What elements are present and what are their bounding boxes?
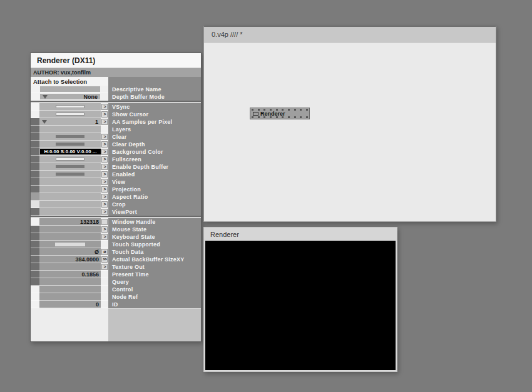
- spread-cell: >: [101, 141, 108, 148]
- pin-value-toggle_off[interactable]: [39, 156, 101, 163]
- spread-button[interactable]: >: [101, 149, 108, 155]
- toggle-slider[interactable]: [56, 143, 84, 146]
- spread-button[interactable]: >: [101, 194, 108, 200]
- toggle-slider[interactable]: [56, 135, 84, 138]
- node-pin[interactable]: [294, 109, 296, 111]
- node-pin[interactable]: [263, 109, 265, 111]
- spread-button[interactable]: >: [101, 156, 108, 163]
- color-value-field[interactable]: H:0.00 S:0.00 V:0.00 ...: [40, 149, 101, 154]
- pin-value-color[interactable]: H:0.00 S:0.00 V:0.00 ...: [39, 148, 101, 156]
- spread-button[interactable]: >: [101, 119, 108, 125]
- node-pin[interactable]: [270, 109, 272, 111]
- node-pin[interactable]: [270, 116, 272, 118]
- spread-button[interactable]: >: [101, 134, 108, 140]
- node-pin[interactable]: [288, 116, 290, 118]
- render-window-title[interactable]: Renderer: [204, 228, 397, 241]
- node-output-pins[interactable]: [252, 116, 308, 118]
- inspector-title[interactable]: Renderer (DX11): [31, 53, 201, 68]
- toggle-slider[interactable]: [56, 113, 84, 116]
- pin-value-toggle_on[interactable]: [39, 141, 101, 148]
- toggle-slider[interactable]: [55, 243, 85, 246]
- node-pin[interactable]: [294, 116, 296, 118]
- node-pin[interactable]: [282, 116, 284, 118]
- attach-to-selection-button[interactable]: Attach to Selection: [31, 77, 108, 86]
- spread-button[interactable]: >: [101, 201, 108, 208]
- pin-label: Control: [108, 286, 201, 293]
- dropdown-arrow-icon[interactable]: [43, 95, 48, 99]
- spread-button[interactable]: >: [101, 104, 108, 110]
- toggle-slider[interactable]: [56, 173, 84, 176]
- renderer-node[interactable]: Renderer: [250, 108, 310, 119]
- pin-row-window-handle: 132318Window Handle: [31, 218, 201, 226]
- pin-value-value[interactable]: Ø: [39, 248, 101, 256]
- node-pin[interactable]: [300, 109, 302, 111]
- pin-value-dropdown[interactable]: 1: [39, 118, 101, 126]
- node-pin[interactable]: [282, 109, 284, 111]
- node-pin[interactable]: [300, 116, 302, 118]
- pin-state-cell: [31, 226, 39, 233]
- node-pin[interactable]: [252, 116, 253, 118]
- pin-row-touch-data: ØøTouch Data: [31, 248, 201, 256]
- pin-value-value[interactable]: 132318: [39, 218, 101, 226]
- spread-button[interactable]: >: [101, 164, 108, 170]
- patch-window-title[interactable]: 0.v4p //// *: [204, 27, 496, 43]
- node-pin[interactable]: [306, 109, 308, 111]
- pin-value-toggle_on[interactable]: [39, 171, 101, 178]
- spread-button[interactable]: >: [101, 179, 108, 185]
- pin-row-aspect-ratio: >Aspect Ratio: [31, 193, 201, 201]
- value-text: Ø: [39, 249, 101, 255]
- node-pin[interactable]: [288, 109, 290, 111]
- pin-label: Layers: [108, 126, 201, 133]
- text-input-field[interactable]: [40, 86, 100, 92]
- dropdown-arrow-icon[interactable]: [42, 120, 47, 124]
- spread-button[interactable]: >: [101, 226, 108, 233]
- pin-value-value[interactable]: 0.1856: [39, 271, 101, 278]
- spread-cell: >: [101, 156, 108, 163]
- pin-value-value[interactable]: 384.0000: [39, 256, 101, 263]
- spread-button[interactable]: >: [101, 111, 108, 118]
- pin-state-cell: [31, 93, 39, 101]
- node-pin[interactable]: [263, 116, 265, 118]
- pin-label: Descriptive Name: [108, 86, 201, 93]
- pin-row-touch-supported: Touch Supported: [31, 241, 201, 248]
- pin-value-toggle_on[interactable]: [39, 163, 101, 171]
- spread-button[interactable]: >: [101, 141, 108, 148]
- node-pin[interactable]: [306, 116, 308, 118]
- pin-state-cell: [31, 133, 39, 141]
- spread-cell: >: [101, 263, 108, 271]
- node-pin[interactable]: [276, 116, 278, 118]
- node-pin[interactable]: [258, 109, 260, 111]
- pin-label: Depth Buffer Mode: [108, 93, 201, 101]
- dropdown-field[interactable]: None: [40, 94, 100, 99]
- spread-button[interactable]: >: [101, 186, 108, 193]
- pin-value-toggle_light[interactable]: [39, 241, 101, 248]
- pin-label: Fullscreen: [108, 156, 201, 163]
- spread-button[interactable]: >: [101, 234, 108, 240]
- render-canvas[interactable]: [205, 241, 396, 370]
- spread-button[interactable]: >: [101, 264, 108, 270]
- pin-label: Projection: [108, 186, 201, 193]
- toggle-slider[interactable]: [56, 105, 84, 108]
- spread-button[interactable]: >: [101, 171, 108, 178]
- node-pin[interactable]: [252, 109, 253, 111]
- spread-cell: >: [101, 193, 108, 201]
- node-pin[interactable]: [276, 109, 278, 111]
- pin-value-toggle_off[interactable]: [39, 111, 101, 118]
- pin-value-value[interactable]: 0: [39, 301, 101, 308]
- node-pin[interactable]: [258, 116, 260, 118]
- spread-button[interactable]: [101, 219, 108, 225]
- patch-window[interactable]: 0.v4p //// * Renderer: [203, 26, 496, 222]
- toggle-slider[interactable]: [56, 158, 84, 161]
- pin-value-toggle_on[interactable]: [39, 133, 101, 141]
- pin-state-cell: [31, 111, 39, 118]
- pin-value-input[interactable]: [39, 86, 101, 93]
- spread-button[interactable]: ø: [101, 249, 108, 255]
- pin-state-cell: [31, 301, 39, 308]
- pin-value-toggle_off[interactable]: [39, 103, 101, 111]
- spread-button[interactable]: >>: [101, 256, 108, 263]
- node-input-pins[interactable]: [252, 109, 308, 111]
- spread-button[interactable]: >: [101, 209, 108, 215]
- pin-value-dropdown[interactable]: None: [39, 93, 101, 101]
- toggle-slider[interactable]: [56, 165, 84, 168]
- pin-state-cell: [31, 86, 39, 93]
